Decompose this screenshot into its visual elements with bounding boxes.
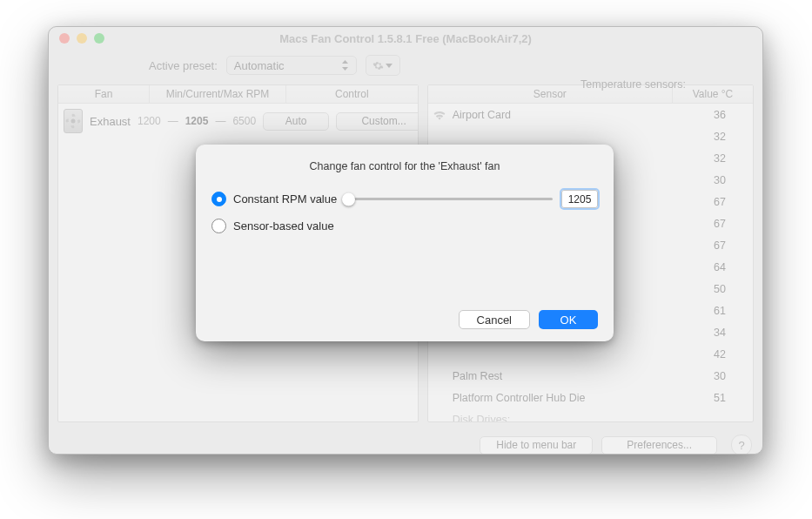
option-sensor-label: Sensor-based value — [233, 219, 334, 233]
rpm-slider-wrap: 1205 — [346, 190, 598, 208]
option-sensor-row: Sensor-based value — [211, 219, 598, 233]
radio-constant[interactable] — [211, 192, 226, 206]
cancel-button[interactable]: Cancel — [459, 310, 530, 329]
dialog-footer: Cancel OK — [211, 310, 598, 329]
ok-button[interactable]: OK — [539, 310, 598, 329]
slider-thumb-icon[interactable] — [342, 192, 355, 206]
radio-sensor[interactable] — [211, 219, 226, 233]
option-constant-label: Constant RPM value — [233, 192, 337, 206]
option-constant-row: Constant RPM value 1205 — [211, 190, 598, 208]
rpm-slider[interactable] — [346, 198, 553, 200]
fan-control-dialog: Change fan control for the 'Exhaust' fan… — [196, 145, 614, 341]
dialog-title: Change fan control for the 'Exhaust' fan — [211, 160, 598, 172]
rpm-value-input[interactable]: 1205 — [561, 190, 598, 208]
